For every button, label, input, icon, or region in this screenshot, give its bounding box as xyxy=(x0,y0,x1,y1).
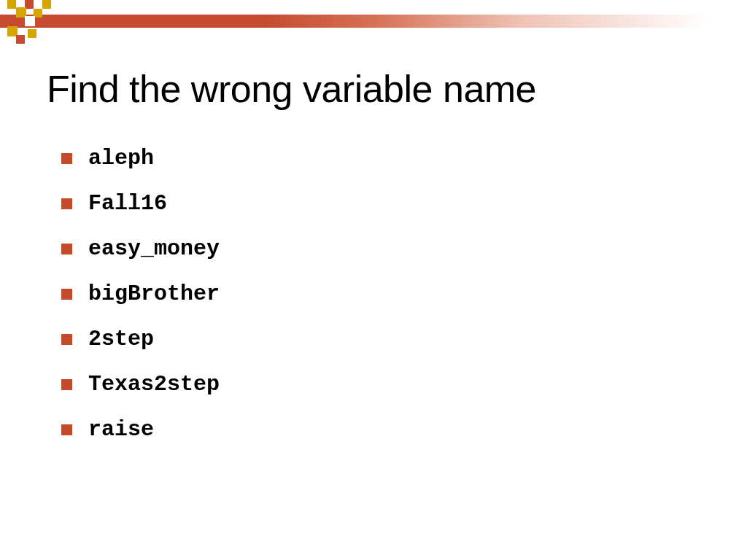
list-item-label: easy_money xyxy=(88,236,220,261)
slide-title: Find the wrong variable name xyxy=(47,67,536,111)
list-item: Texas2step xyxy=(61,372,220,397)
bullet-icon xyxy=(61,379,72,390)
list-item-label: bigBrother xyxy=(88,281,220,306)
header-bar xyxy=(0,15,747,28)
list-item-label: aleph xyxy=(88,146,154,171)
list-item-label: raise xyxy=(88,417,154,442)
list-item: bigBrother xyxy=(61,281,220,306)
pixel-decoration xyxy=(0,0,58,42)
list-item-label: 2step xyxy=(88,327,154,351)
bullet-icon xyxy=(61,289,72,300)
list-item: Fall16 xyxy=(61,191,220,216)
bullet-icon xyxy=(61,424,72,435)
bullet-icon xyxy=(61,153,72,164)
list-item: easy_money xyxy=(61,236,220,261)
list-item: raise xyxy=(61,417,220,442)
variable-list: aleph Fall16 easy_money bigBrother 2step… xyxy=(61,146,220,462)
bullet-icon xyxy=(61,244,72,254)
list-item-label: Fall16 xyxy=(88,191,167,216)
list-item: aleph xyxy=(61,146,220,171)
list-item-label: Texas2step xyxy=(88,372,220,397)
bullet-icon xyxy=(61,334,72,345)
bullet-icon xyxy=(61,198,72,209)
list-item: 2step xyxy=(61,327,220,351)
